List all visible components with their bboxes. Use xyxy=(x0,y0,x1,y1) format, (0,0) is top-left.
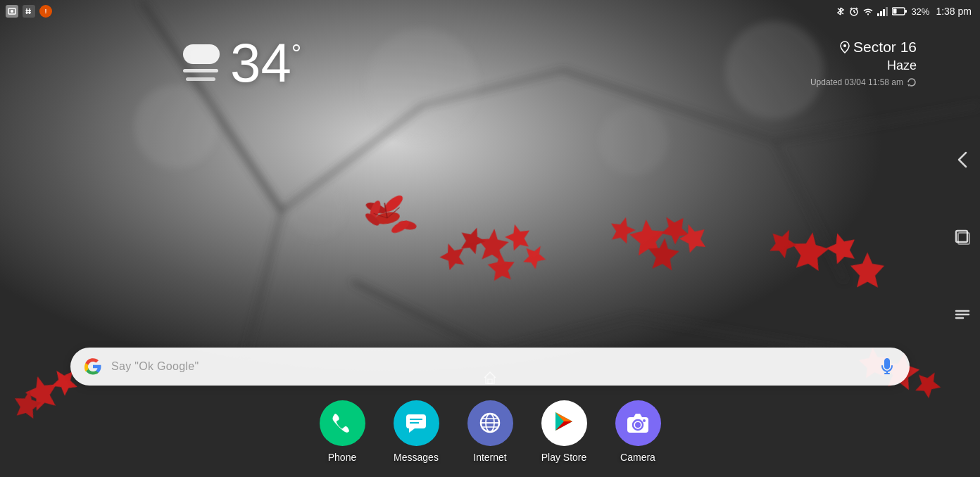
menu-icon xyxy=(953,305,972,324)
weather-condition: Haze xyxy=(810,58,917,73)
svg-rect-61 xyxy=(886,7,888,16)
weather-location: Sector 16 xyxy=(810,39,917,56)
battery-icon xyxy=(892,6,907,16)
svg-marker-66 xyxy=(907,84,910,87)
internet-svg xyxy=(477,410,503,435)
unknown-button[interactable] xyxy=(953,305,972,326)
svg-rect-60 xyxy=(883,9,885,16)
wifi-icon xyxy=(862,6,874,16)
svg-line-55 xyxy=(854,12,855,13)
messages-svg xyxy=(403,410,429,435)
app-notif-icon: ! xyxy=(39,5,52,18)
svg-point-85 xyxy=(635,422,641,428)
weather-fog-icon xyxy=(183,44,220,81)
bluetooth-icon xyxy=(836,6,846,16)
internet-label: Internet xyxy=(473,452,506,463)
home-icon xyxy=(483,371,497,385)
location-pin-icon xyxy=(840,41,850,53)
svg-rect-64 xyxy=(893,9,897,14)
photo-notif-icon xyxy=(6,5,18,18)
degree-symbol: ° xyxy=(291,39,301,68)
playstore-icon xyxy=(541,400,587,446)
svg-point-15 xyxy=(289,183,345,239)
bottom-dock: Phone Messages Internet xyxy=(0,393,980,470)
svg-point-65 xyxy=(843,44,846,47)
svg-point-11 xyxy=(134,84,218,169)
battery-percent: 32% xyxy=(911,6,929,17)
messages-icon xyxy=(394,400,439,446)
svg-rect-63 xyxy=(905,10,907,13)
camera-label: Camera xyxy=(620,452,655,463)
update-text: Updated 03/04 11:58 am xyxy=(810,77,903,87)
back-arrow-icon xyxy=(953,151,972,169)
internet-icon xyxy=(467,400,513,446)
signal-icon xyxy=(877,6,888,16)
hashtag-notif-icon xyxy=(23,5,35,18)
status-bar: ! xyxy=(0,0,980,23)
weather-info: Sector 16 Haze Updated 03/04 11:58 am xyxy=(810,39,917,87)
svg-point-13 xyxy=(598,106,669,176)
messages-app[interactable]: Messages xyxy=(394,400,439,463)
temperature-display: 34° xyxy=(230,35,301,90)
playstore-app[interactable]: Play Store xyxy=(541,400,587,463)
camera-svg xyxy=(625,410,651,435)
refresh-icon xyxy=(907,77,917,87)
weather-updated: Updated 03/04 11:58 am xyxy=(810,77,917,87)
playstore-svg xyxy=(550,409,578,437)
microphone-icon[interactable] xyxy=(877,357,897,376)
google-logo xyxy=(83,357,103,376)
svg-rect-68 xyxy=(488,379,492,383)
home-indicator xyxy=(483,371,497,388)
svg-rect-58 xyxy=(877,13,879,16)
phone-app[interactable]: Phone xyxy=(320,400,365,463)
status-right-info: 32% 1:38 pm xyxy=(836,6,972,17)
camera-icon xyxy=(615,400,661,446)
svg-rect-69 xyxy=(406,414,426,428)
status-left-icons: ! xyxy=(6,5,52,18)
camera-app[interactable]: Camera xyxy=(615,400,661,463)
location-text: Sector 16 xyxy=(853,39,917,56)
recents-button[interactable] xyxy=(953,228,972,249)
svg-marker-70 xyxy=(409,428,415,433)
playstore-label: Play Store xyxy=(541,452,587,463)
alarm-icon xyxy=(849,6,859,16)
svg-point-14 xyxy=(725,21,824,120)
back-button[interactable] xyxy=(953,151,972,172)
internet-app[interactable]: Internet xyxy=(467,400,513,463)
svg-point-48 xyxy=(11,10,13,13)
recents-icon xyxy=(953,228,972,246)
messages-label: Messages xyxy=(394,452,439,463)
phone-svg xyxy=(329,410,355,435)
temp-value: 34 xyxy=(230,32,291,94)
svg-marker-83 xyxy=(634,414,642,417)
svg-point-12 xyxy=(366,28,479,141)
phone-icon xyxy=(320,400,365,446)
weather-widget: 34° xyxy=(183,35,301,90)
phone-label: Phone xyxy=(328,452,356,463)
svg-rect-59 xyxy=(880,11,882,16)
time-display: 1:38 pm xyxy=(936,6,972,17)
nav-buttons xyxy=(953,151,972,326)
svg-point-86 xyxy=(643,419,646,422)
